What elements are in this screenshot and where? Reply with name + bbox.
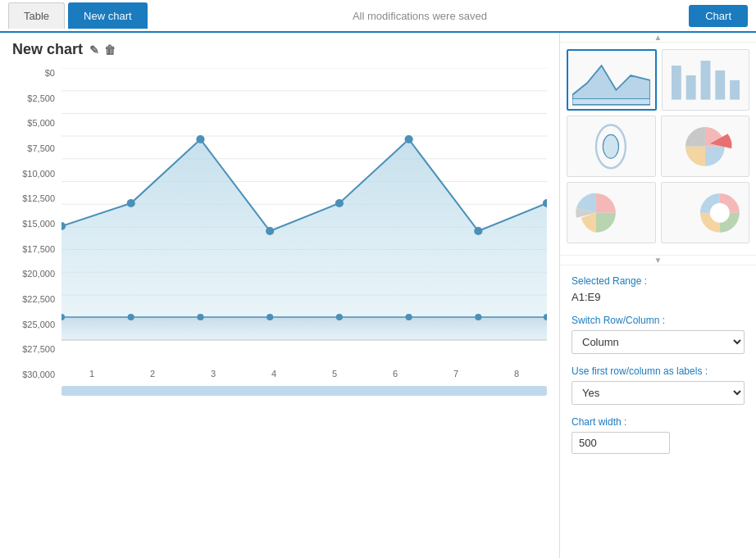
thumbnail-violin-svg: [572, 120, 650, 174]
thumbnail-violin[interactable]: [567, 116, 656, 177]
edit-icon[interactable]: ✎: [89, 43, 99, 57]
x-label: 8: [514, 369, 519, 379]
chart-button[interactable]: Chart: [689, 5, 748, 27]
y-axis: $30,000 $27,500 $25,000 $22,500 $20,000 …: [12, 68, 61, 379]
y-label: $15,000: [22, 219, 55, 229]
thumbnail-pie2[interactable]: [661, 116, 750, 177]
y-label: $30,000: [22, 370, 55, 379]
thumbnail-donut[interactable]: [661, 182, 750, 243]
thumbnail-row-3: [567, 182, 749, 243]
y-label: $20,000: [22, 269, 55, 279]
main-area: New chart ✎ 🗑 $30,000 $27,500 $25,000 $2…: [0, 33, 756, 558]
scrollbar-thumb: [61, 386, 547, 396]
first-row-select[interactable]: Yes No: [572, 381, 745, 405]
svg-point-19: [404, 135, 412, 143]
thumbnail-row-1: [567, 49, 749, 111]
y-label: $5,000: [27, 118, 55, 128]
y-label: $0: [45, 68, 55, 78]
y-label: $2,500: [27, 93, 55, 103]
switch-row-col-label: Switch Row/Column :: [572, 315, 745, 326]
chart-area: New chart ✎ 🗑 $30,000 $27,500 $25,000 $2…: [0, 33, 559, 558]
thumbnail-row-2: [567, 116, 749, 177]
chart-title-icons: ✎ 🗑: [89, 43, 116, 57]
svg-rect-35: [686, 75, 696, 100]
chart-width-label: Chart width :: [572, 416, 745, 428]
x-label: 1: [89, 369, 94, 379]
first-row-label: Use first row/column as labels :: [572, 365, 745, 377]
svg-point-41: [710, 203, 730, 223]
svg-rect-36: [700, 61, 710, 99]
svg-point-26: [266, 314, 273, 320]
switch-row-col-row: Switch Row/Column : Column Row: [572, 315, 745, 354]
svg-rect-37: [715, 70, 725, 100]
chart-inner: 1 2 3 4 5 6 7 8: [61, 68, 547, 379]
y-label: $27,500: [22, 344, 55, 354]
x-label: 6: [393, 369, 398, 379]
thumbnail-pie[interactable]: [567, 182, 656, 243]
y-label: $10,000: [22, 169, 55, 179]
svg-point-16: [196, 135, 204, 143]
chart-svg: [61, 68, 547, 363]
thumbnail-bar[interactable]: [662, 49, 750, 111]
svg-rect-34: [672, 66, 681, 100]
thumbnail-donut-svg: [666, 186, 745, 240]
tab-new-chart[interactable]: New chart: [68, 2, 148, 29]
chart-scrollbar[interactable]: [61, 386, 547, 396]
switch-row-col-select[interactable]: Column Row: [572, 330, 745, 354]
chart-width-row: Chart width :: [572, 416, 745, 454]
x-label: 7: [453, 369, 458, 379]
svg-marker-33: [572, 98, 650, 104]
x-label: 3: [211, 369, 216, 379]
thumbnails-section: [560, 43, 756, 256]
svg-point-20: [474, 227, 482, 235]
chart-title-row: New chart ✎ 🗑: [12, 41, 547, 58]
svg-point-27: [336, 314, 343, 320]
first-row-row: Use first row/column as labels : Yes No: [572, 365, 745, 405]
x-label: 4: [271, 369, 276, 379]
svg-point-29: [475, 314, 481, 320]
y-label: $22,500: [22, 294, 55, 304]
chart-width-input[interactable]: [572, 432, 670, 454]
options-section: Selected Range : A1:E9 Switch Row/Column…: [560, 265, 756, 558]
thumbnail-area-svg: [572, 54, 650, 107]
svg-point-24: [128, 314, 134, 320]
svg-point-15: [127, 199, 135, 207]
selected-range-row: Selected Range : A1:E9: [572, 275, 745, 303]
y-label: $7,500: [27, 143, 55, 153]
trash-icon[interactable]: 🗑: [104, 43, 116, 57]
svg-point-40: [603, 134, 619, 158]
save-status: All modifications were saved: [151, 10, 690, 22]
svg-marker-13: [61, 139, 547, 340]
thumbnail-pie2-svg: [666, 120, 745, 174]
chart-container: $30,000 $27,500 $25,000 $22,500 $20,000 …: [12, 68, 547, 379]
chart-title-text: New chart: [12, 41, 83, 58]
thumbnail-area-line[interactable]: [567, 49, 657, 111]
x-label: 2: [150, 369, 155, 379]
scroll-up-icon[interactable]: ▲: [654, 33, 663, 42]
tab-table[interactable]: Table: [8, 2, 65, 29]
selected-range-value: A1:E9: [572, 291, 745, 303]
top-bar: Table New chart All modifications were s…: [0, 0, 756, 33]
y-label: $17,500: [22, 244, 55, 254]
svg-point-28: [406, 314, 412, 320]
right-panel: ▲: [559, 33, 756, 558]
svg-point-17: [266, 227, 274, 235]
x-axis: 1 2 3 4 5 6 7 8: [61, 369, 547, 379]
svg-point-25: [197, 314, 203, 320]
x-label: 5: [332, 369, 337, 379]
svg-point-18: [335, 199, 344, 207]
svg-marker-22: [61, 317, 547, 340]
selected-range-label: Selected Range :: [572, 275, 745, 287]
scroll-down-icon[interactable]: ▼: [654, 256, 663, 265]
y-label: $25,000: [22, 320, 55, 329]
svg-rect-38: [730, 80, 740, 100]
y-label: $12,500: [22, 193, 55, 203]
thumbnail-bar-svg: [667, 53, 745, 107]
thumbnail-pie-svg: [572, 186, 650, 240]
